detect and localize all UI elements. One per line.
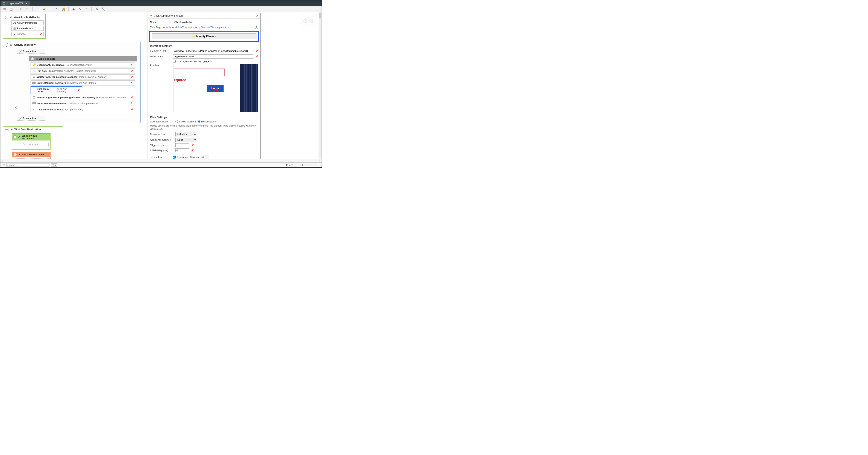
zoom-slider[interactable] [298,165,317,165]
down-icon[interactable]: ⇩ [42,7,46,11]
collapse-toggle[interactable]: − [13,135,17,139]
step-name: Click login button [37,88,55,93]
init-item-settings[interactable]: ⚙ Settings 📌 [11,32,44,36]
play-icon[interactable]: ▷ [78,7,82,11]
zoom-lens-icon[interactable]: 🔍 [291,163,294,166]
close-icon[interactable]: ✕ [25,2,28,5]
pin-icon[interactable]: 📌 [255,50,258,53]
transaction-begin[interactable]: 🔗 Transaction [17,49,45,54]
mouse-action-select[interactable]: Left click [176,132,197,136]
regex-checkbox[interactable] [173,60,176,63]
binoculars-icon[interactable]: 🔭 [2,163,5,166]
pin-icon[interactable]: 📌 [130,108,133,111]
window-title-label: Window title: [150,55,171,58]
identify-label: Identify Element [196,35,216,38]
bug-icon[interactable]: ⌂ [84,7,89,11]
general-timeout-checkbox[interactable] [173,156,176,159]
app-session-block: − ▭ App Session 🔑Decrypt AMS credentials… [29,56,137,113]
tab-login-ams[interactable]: *Login to AMS ✕ [1,1,30,6]
delete-icon[interactable]: ✕ [48,7,53,11]
collapse-toggle-mid[interactable]: − [13,106,17,109]
pin-icon[interactable]: 📍 [130,102,133,105]
succeeded-label: Workflow run succeeded [22,134,49,140]
search-input[interactable] [7,164,49,166]
pin-icon[interactable]: 📌 [39,33,42,35]
pin-icon[interactable]: 📌 [77,89,80,92]
step-name: Wait for login to complete (login screen… [37,96,95,99]
separator [16,7,16,11]
connector [20,54,138,56]
timeout-input [201,155,209,159]
this-step-link[interactable]: Activity Workflow/Transaction/App Sessio… [163,26,229,29]
op-invoke-radio[interactable]: Invoke element [176,120,196,123]
pin-icon[interactable]: 📌 [191,149,194,152]
pin-icon[interactable]: 📍 [130,82,133,85]
search-box[interactable] [6,163,50,167]
step-row[interactable]: ↖Click continue button (Click App Elemen… [31,107,135,112]
drop-zone[interactable]: Drop Items here... [14,142,49,147]
step-row[interactable]: 🖼Wait for AMS login screen to appear (Im… [31,74,135,79]
init-item-label: Pattern Gallery [17,27,33,30]
step-row[interactable]: 🔑Decrypt AMS credentials (User Account D… [31,62,135,67]
trigger-label: Trigger count: [150,144,174,147]
pin-icon[interactable]: 📌 [255,55,258,58]
init-item-activity-parameters[interactable]: ⎇ Activity Parameters [11,21,44,25]
pin-icon[interactable]: 📍 [130,64,133,66]
scroll-left-icon[interactable]: ‹ [0,159,4,162]
name-input[interactable] [173,20,258,24]
step-row[interactable]: ▷Run AMS (Run Program ASI.SMART.Client.F… [31,68,135,73]
collapse-toggle[interactable]: − [5,128,9,131]
diamond-icon[interactable]: ◈ [71,7,76,11]
window-title-input[interactable] [173,54,253,59]
undo-icon[interactable]: ↶ [19,7,24,11]
final-header-label: Workflow Finalization [14,128,41,131]
step-type: (Keystrokes to App Element) [67,82,97,84]
collapse-toggle[interactable]: − [5,43,8,46]
copy-icon[interactable]: ⧉ [2,7,7,11]
identify-element-button[interactable]: ✨ Identify Element [152,33,256,39]
collapse-toggle[interactable]: − [5,16,8,19]
truck-icon[interactable]: 🚚 [61,7,66,11]
zoom-in-icon[interactable]: + [318,164,320,166]
up-icon[interactable]: ⇧ [35,7,40,11]
pin-icon[interactable]: 📌 [130,76,133,78]
print-icon[interactable]: 🖨 [94,7,99,11]
step-row[interactable]: ↖Click login button (Click App Element)📌 [31,86,82,94]
delay-label: Initial delay (ms): [150,149,174,152]
xpath-input[interactable] [173,49,253,53]
trigger-input[interactable] [176,143,189,147]
step-type: (Click App Element) [57,88,76,93]
step-row[interactable]: ⌨Enter AMS user password (Keystrokes to … [31,80,135,86]
pin-icon[interactable]: 📌 [130,96,133,99]
collapse-toggle[interactable]: − [13,153,17,156]
step-row[interactable]: 🖼Wait for login to complete (login scree… [31,95,135,100]
search-next-icon[interactable]: v [54,163,57,166]
delay-input[interactable] [176,149,189,152]
paste-icon[interactable]: 📋 [9,7,13,11]
init-item-label: Settings [17,33,26,35]
window-icon: ▭ [35,57,38,60]
collapse-toggle[interactable]: − [31,57,34,61]
help-icon[interactable]: ? [255,26,258,29]
scroll-right-icon[interactable]: › [318,159,321,162]
step-row[interactable]: ⌨Enter AMS database name (Keystrokes to … [31,101,135,106]
transaction-end[interactable]: 🔗 Transaction [17,116,45,121]
op-mouse-radio[interactable]: Mouse action [197,120,216,123]
horizontal-scrollbar[interactable]: ‹ › [0,159,321,162]
redo-icon[interactable]: ↷ [25,7,30,11]
pin-icon[interactable]: 📌 [130,70,133,72]
pin-icon[interactable]: 📌 [191,144,194,147]
drop-zone[interactable]: Drop Items here... [14,158,49,159]
init-item-pattern-gallery[interactable]: ▦ Pattern Gallery [11,26,44,31]
separator [68,7,69,11]
preview-login-button: Login [207,85,223,92]
wrench-icon[interactable]: 🔧 [101,7,105,11]
zoom-out-icon[interactable]: − [295,164,297,166]
click-app-element-wizard: ✦ Click App Element Wizard ✕ Name This S… [148,13,260,159]
close-icon[interactable]: ✕ [256,14,258,18]
search-prev-icon[interactable]: ʌ [51,163,54,166]
modifier-select[interactable]: None [176,138,197,142]
wand-icon[interactable]: ✎ [55,7,59,11]
preview-field-outline [174,68,225,76]
tab-icon [3,2,5,4]
